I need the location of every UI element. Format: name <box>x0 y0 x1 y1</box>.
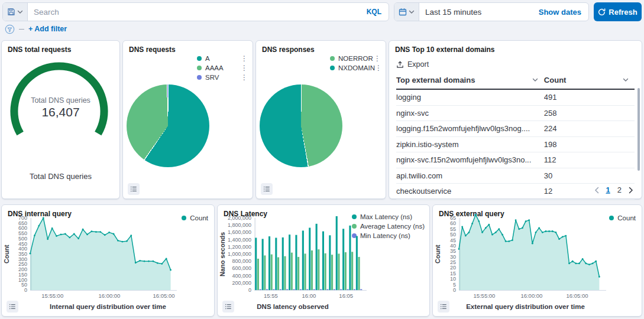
svg-text:15:55: 15:55 <box>264 292 278 299</box>
table-row[interactable]: nginx-svc258 <box>396 105 635 121</box>
svg-text:15:55:00: 15:55:00 <box>41 292 63 299</box>
svg-text:40: 40 <box>450 243 456 249</box>
cell-domain: logging <box>396 89 544 105</box>
svg-text:400: 400 <box>18 246 27 252</box>
legend-label: NXDOMAIN <box>338 64 375 71</box>
legend-item-menu-icon[interactable]: ⋮ <box>241 74 248 80</box>
svg-text:16:00:00: 16:00:00 <box>98 292 120 299</box>
saved-query-menu-button[interactable] <box>3 3 28 21</box>
chevron-down-icon <box>17 10 23 14</box>
svg-text:150: 150 <box>18 272 27 278</box>
legend-label: SRV <box>205 74 219 81</box>
legend-item[interactable]: NXDOMAIN⋮ <box>330 64 381 71</box>
page-1-button[interactable]: 1 <box>606 185 610 194</box>
filter-icon[interactable] <box>5 24 15 34</box>
next-page-icon[interactable] <box>629 187 633 194</box>
svg-text:45: 45 <box>450 237 456 243</box>
legend-item[interactable]: SRV⋮ <box>197 74 248 81</box>
table-row[interactable]: logging491 <box>396 89 635 105</box>
export-button[interactable]: Export <box>389 54 445 72</box>
panel-title: DNS requests <box>123 41 253 54</box>
x-axis-label: External query distribution over time <box>433 303 618 310</box>
svg-text:500: 500 <box>18 236 27 242</box>
svg-text:200,000: 200,000 <box>232 280 251 286</box>
svg-text:100: 100 <box>18 277 27 283</box>
svg-text:2,000,000: 2,000,000 <box>228 215 251 221</box>
show-dates-button[interactable]: Show dates <box>539 8 588 17</box>
refresh-button[interactable]: Refresh <box>594 2 642 21</box>
panel-dns-top-external-domains: DNS Top 10 external domains Export Top e… <box>389 40 642 199</box>
legend-toggle-button[interactable] <box>222 301 234 313</box>
svg-text:15: 15 <box>450 271 456 276</box>
cell-domain: api.twilio.com <box>396 168 544 184</box>
column-header-label: Top external domains <box>396 76 475 84</box>
svg-text:10: 10 <box>450 276 456 282</box>
svg-text:300: 300 <box>18 256 27 262</box>
svg-text:15:55:00: 15:55:00 <box>473 292 495 299</box>
legend-item-menu-icon[interactable]: ⋮ <box>241 56 248 61</box>
date-quick-menu-button[interactable] <box>394 3 419 21</box>
svg-text:5: 5 <box>453 282 456 288</box>
panel-dns-responses: DNS responses NOERROR⋮NXDOMAIN⋮ <box>255 40 386 199</box>
page-2-button[interactable]: 2 <box>617 185 622 194</box>
svg-text:16:00:00: 16:00:00 <box>520 292 542 299</box>
legend-item[interactable]: A⋮ <box>197 55 248 62</box>
previous-page-icon[interactable] <box>594 187 599 194</box>
svg-text:650: 650 <box>18 220 27 226</box>
svg-text:16:05: 16:05 <box>339 292 353 299</box>
table-row[interactable]: nginx-svc.f15n2womfujehfjlwv0lgs3no...11… <box>396 152 635 168</box>
legend-item-menu-icon[interactable]: ⋮ <box>241 65 248 71</box>
svg-text:16:05:00: 16:05:00 <box>567 292 588 299</box>
svg-text:55: 55 <box>450 226 456 232</box>
panel-dns-total-requests: DNS total requests Total DNS queries 16,… <box>1 40 120 199</box>
sort-chevron-icon[interactable] <box>532 78 538 82</box>
top-bar: KQL Last 15 minutes Show dates Refresh <box>2 2 642 21</box>
svg-text:600,000: 600,000 <box>232 265 251 271</box>
cell-count: 258 <box>544 105 635 121</box>
svg-text:350: 350 <box>18 251 27 257</box>
legend-toggle-button[interactable] <box>7 301 18 313</box>
legend-label: NOERROR <box>338 55 373 62</box>
cell-domain: nginx-svc <box>396 105 544 121</box>
svg-text:0: 0 <box>24 287 27 293</box>
table-row[interactable]: logging.f15n2womfujehfjlwv0lgs3nog....22… <box>396 121 635 137</box>
cell-domain: checkoutservice <box>396 184 544 200</box>
sort-chevron-icon[interactable] <box>623 78 629 82</box>
svg-text:200: 200 <box>18 266 27 272</box>
bar-chart: 0200,000400,000600,000800,0001,000,0001,… <box>218 210 431 307</box>
table-row[interactable]: zipkin.istio-system198 <box>396 136 635 152</box>
column-header-domains[interactable]: Top external domains <box>396 72 544 89</box>
cell-count: 198 <box>544 136 635 152</box>
area-chart: 0501001502002503003504004505005506006507… <box>2 210 215 307</box>
legend-item[interactable]: AAAA⋮ <box>197 64 248 71</box>
query-language-button[interactable]: KQL <box>360 8 389 16</box>
legend-item[interactable]: NOERROR⋮ <box>330 55 381 62</box>
search-input[interactable] <box>28 8 360 17</box>
column-header-count[interactable]: Count <box>544 72 635 89</box>
cell-domain: logging.f15n2womfujehfjlwv0lgs3nog.... <box>396 121 544 137</box>
legend-toggle-button[interactable] <box>438 301 449 313</box>
save-icon <box>7 8 15 16</box>
pie-legend: A⋮AAAA⋮SRV⋮ <box>197 55 248 81</box>
panel-title: DNS Top 10 external domains <box>389 41 642 54</box>
svg-text:0: 0 <box>453 287 456 293</box>
svg-text:30: 30 <box>450 254 456 260</box>
panel-dns-internal-query: DNS internal query Count Count 050100150… <box>1 204 215 317</box>
legend-item-menu-icon[interactable]: ⋮ <box>375 65 382 71</box>
svg-text:1,400,000: 1,400,000 <box>228 237 251 243</box>
refresh-label: Refresh <box>609 8 637 17</box>
svg-text:50: 50 <box>21 282 27 288</box>
add-filter-button[interactable]: + Add filter <box>28 25 67 33</box>
legend-item-menu-icon[interactable]: ⋮ <box>374 56 381 61</box>
svg-text:250: 250 <box>18 261 27 267</box>
legend-toggle-button[interactable] <box>128 183 140 195</box>
search-bar: KQL <box>2 2 389 21</box>
pie-chart[interactable] <box>127 84 209 167</box>
svg-text:0: 0 <box>248 287 251 293</box>
table-scrollbar[interactable] <box>637 88 640 171</box>
legend-dot <box>330 66 335 70</box>
time-range-label[interactable]: Last 15 minutes <box>419 8 539 17</box>
legend-toggle-button[interactable] <box>261 183 273 195</box>
pie-chart[interactable] <box>260 84 342 167</box>
table-row[interactable]: api.twilio.com30 <box>396 168 635 184</box>
